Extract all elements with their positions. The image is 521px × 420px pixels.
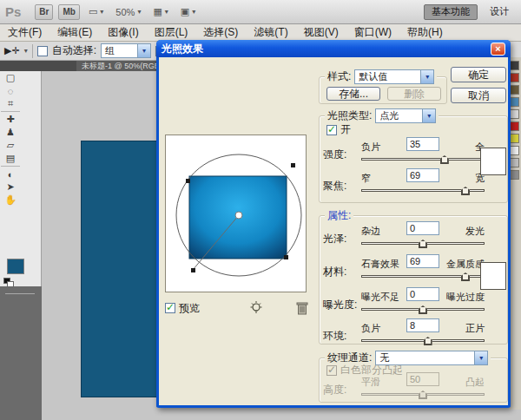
zoom-level-value: 50% — [115, 7, 135, 17]
gloss-slider-track[interactable] — [361, 239, 485, 248]
dock-panel-icon[interactable] — [510, 121, 519, 131]
height-left-label: 平滑 — [361, 376, 380, 389]
menu-view[interactable]: 视图(V) — [296, 25, 346, 40]
preview-label: 预览 — [179, 301, 200, 316]
focus-slider-thumb[interactable] — [461, 187, 470, 195]
light-bulb-icon[interactable] — [248, 300, 264, 316]
intensity-label: 强度: — [323, 148, 361, 164]
menu-select[interactable]: 选择(S) — [195, 25, 246, 40]
menu-window[interactable]: 窗口(W) — [346, 25, 399, 40]
menu-help[interactable]: 帮助(H) — [399, 25, 451, 40]
chevron-down-icon: ▾ — [165, 8, 168, 16]
ambience-right-label: 正片 — [465, 322, 485, 335]
healing-brush-tool[interactable]: ✚ — [0, 113, 21, 126]
style-dropdown[interactable]: 默认值 ▾ — [354, 69, 434, 84]
lighting-preview[interactable] — [165, 135, 307, 292]
light-on-checkbox[interactable] — [326, 125, 337, 135]
ambience-slider-track[interactable] — [361, 336, 485, 345]
ok-button[interactable]: 确定 — [451, 67, 506, 82]
ambience-label: 环境: — [323, 329, 361, 345]
eraser-tool[interactable]: ▱ — [0, 139, 21, 152]
bridge-button[interactable]: Br — [35, 4, 53, 20]
gradient-tool[interactable]: ▤ — [0, 152, 21, 165]
light-handle[interactable] — [186, 179, 190, 183]
dock-panel-icon[interactable] — [510, 97, 519, 107]
zoom-level-dropdown[interactable]: 50% ▾ — [112, 7, 144, 17]
dialog-title-bar[interactable]: 光照效果 × — [156, 40, 511, 57]
preview-controls: 预览 — [165, 300, 307, 316]
preview-checkbox[interactable] — [165, 303, 175, 313]
material-value-field[interactable]: 69 — [406, 254, 439, 268]
workspace-essentials-button[interactable]: 基本功能 — [424, 4, 478, 20]
chevron-down-icon: ▾ — [100, 8, 103, 16]
ambience-value-field[interactable]: 8 — [406, 318, 439, 332]
intensity-value-field[interactable]: 35 — [406, 137, 439, 151]
arrange-documents-button[interactable]: ▦ ▾ — [149, 6, 171, 17]
exposure-value-field[interactable]: 0 — [406, 287, 439, 301]
material-slider-thumb[interactable] — [461, 272, 470, 281]
focus-slider-track[interactable] — [361, 186, 485, 195]
ambience-color-swatch[interactable] — [480, 262, 506, 290]
height-right-label: 凸起 — [465, 376, 485, 389]
save-style-button[interactable]: 存储... — [326, 87, 380, 101]
trash-icon[interactable] — [295, 300, 309, 316]
dock-panel-icon[interactable] — [510, 109, 519, 119]
workspace-design-button[interactable]: 设计 — [483, 5, 516, 18]
chevron-down-icon: ▾ — [422, 109, 435, 122]
light-widget[interactable] — [166, 135, 306, 292]
gloss-value-field[interactable]: 0 — [406, 221, 439, 235]
foreground-color-swatch[interactable] — [7, 259, 24, 274]
exposure-right-label: 曝光过度 — [446, 291, 485, 304]
close-icon[interactable]: × — [491, 43, 505, 56]
auto-select-dropdown[interactable]: 组 ▾ — [101, 43, 151, 58]
light-handle[interactable] — [291, 163, 295, 167]
screen-mode-button[interactable]: ▣ ▾ — [177, 6, 199, 17]
properties-label: 属性: — [327, 208, 351, 223]
focus-left-label: 窄 — [361, 172, 371, 185]
intensity-slider-thumb[interactable] — [440, 155, 449, 164]
default-colors-icon[interactable] — [3, 278, 14, 287]
focus-value-field[interactable]: 69 — [406, 168, 439, 182]
path-select-tool[interactable]: ➤ — [0, 180, 21, 194]
lasso-tool[interactable]: ◌ — [0, 84, 21, 97]
dock-panel-icon[interactable] — [510, 134, 519, 143]
lighting-effects-dialog: 光照效果 × — [156, 40, 511, 408]
intensity-slider-track[interactable] — [361, 154, 485, 164]
marquee-tool[interactable]: ▢ — [0, 71, 21, 84]
view-extras-button[interactable]: ▭ ▾ — [85, 6, 107, 17]
focus-slider-row: 聚焦: 窄 宽 69 — [323, 172, 485, 195]
cancel-button[interactable]: 取消 — [451, 88, 506, 103]
clone-stamp-tool[interactable]: ♟ — [0, 126, 21, 139]
dock-panel-icon[interactable] — [510, 85, 519, 95]
dodge-tool[interactable]: ◐ — [0, 167, 21, 180]
menu-layer[interactable]: 图层(L) — [147, 25, 196, 40]
exposure-slider-thumb[interactable] — [419, 305, 427, 314]
light-color-swatch[interactable] — [480, 148, 506, 175]
chevron-down-icon: ▾ — [137, 44, 150, 57]
exposure-slider-track[interactable] — [361, 305, 485, 314]
dock-panel-icon[interactable] — [510, 146, 519, 155]
crop-tool[interactable]: ⌗ — [0, 97, 21, 110]
light-handle[interactable] — [191, 268, 195, 272]
menu-filter[interactable]: 滤镜(T) — [246, 25, 295, 40]
gloss-slider-row: 光泽: 杂边 发光 0 — [323, 225, 485, 248]
menu-file[interactable]: 文件(F) — [0, 25, 49, 40]
menu-image[interactable]: 图像(I) — [100, 25, 146, 40]
light-type-value: 点光 — [379, 109, 399, 122]
dock-panel-icon[interactable] — [510, 61, 519, 70]
ambience-slider-thumb[interactable] — [424, 337, 432, 345]
hand-tool[interactable]: ✋ — [0, 194, 21, 207]
material-slider-track[interactable] — [361, 272, 485, 281]
dock-panel-icon[interactable] — [510, 73, 519, 82]
light-center-handle[interactable] — [235, 212, 242, 219]
style-label: 样式: — [327, 69, 351, 84]
mini-bridge-button[interactable]: Mb — [58, 4, 79, 20]
menu-edit[interactable]: 编辑(E) — [49, 25, 100, 40]
dock-panel-icon[interactable] — [510, 170, 519, 180]
auto-select-checkbox[interactable] — [37, 46, 48, 56]
gloss-slider-thumb[interactable] — [419, 240, 427, 248]
dock-panel-icon[interactable] — [510, 158, 519, 167]
light-handle[interactable] — [284, 255, 288, 259]
height-label: 高度: — [323, 383, 361, 399]
light-type-dropdown[interactable]: 点光 ▾ — [375, 108, 436, 123]
